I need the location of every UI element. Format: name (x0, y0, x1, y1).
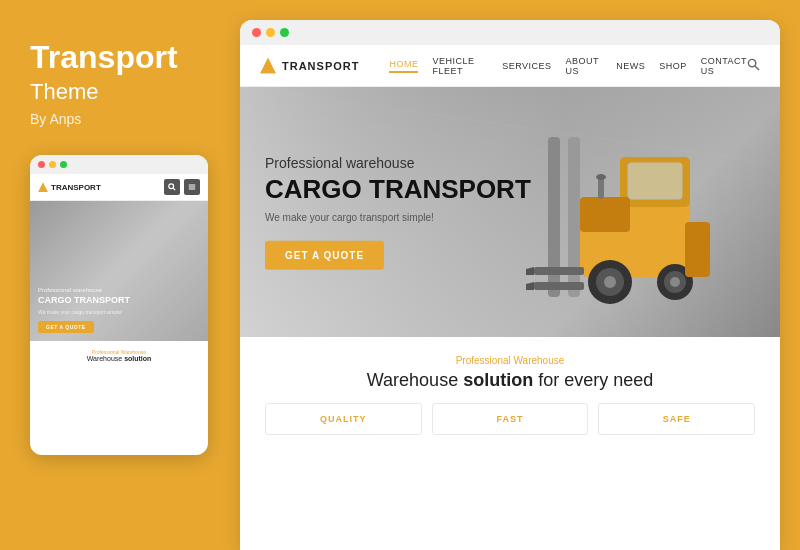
nav-link-contact-us[interactable]: CONTACT US (701, 56, 747, 76)
mobile-hero-pre-title: Professional warehouse (38, 287, 130, 293)
mobile-logo-icon (38, 182, 48, 192)
mobile-cta-button[interactable]: GET A QUOTE (38, 321, 94, 333)
site-hero: Professional warehouse CARGO TRANSPORT W… (240, 87, 780, 337)
app-author: By Anps (30, 111, 81, 127)
warehouse-title-end: for every need (533, 370, 653, 390)
forklift-illustration (520, 107, 760, 337)
browser-dot-green (280, 28, 289, 37)
svg-line-1 (173, 188, 175, 190)
hero-text-area: Professional warehouse CARGO TRANSPORT W… (265, 155, 531, 270)
card-fast: FAST (432, 403, 589, 435)
search-icon[interactable] (747, 58, 760, 74)
browser-dot-yellow (266, 28, 275, 37)
svg-marker-22 (526, 267, 534, 275)
feature-cards-row: QUALITY FAST SAFE (265, 403, 755, 435)
app-title: Transport (30, 39, 178, 75)
svg-rect-31 (580, 197, 630, 232)
site-nav: TRANSPORT HOME VEHICLE FLEET SERVICES AB… (240, 45, 780, 87)
warehouse-title-bold: solution (463, 370, 533, 390)
nav-link-services[interactable]: SERVICES (502, 61, 551, 71)
svg-point-29 (670, 277, 680, 287)
card-quality-label: QUALITY (276, 414, 411, 424)
mobile-dot-yellow (49, 161, 56, 168)
svg-marker-23 (526, 282, 534, 290)
card-safe: SAFE (598, 403, 755, 435)
mobile-dots-bar (30, 155, 208, 174)
mobile-hero-desc: We make your cargo transport simple! (38, 309, 130, 315)
browser-dot-red (252, 28, 261, 37)
svg-point-5 (748, 59, 755, 66)
nav-link-home[interactable]: HOME (389, 59, 418, 73)
mobile-hero: Professional warehouse CARGO TRANSPORT W… (30, 201, 208, 341)
hero-cta-button[interactable]: GET A QUOTE (265, 240, 384, 269)
mobile-nav-bar: TRANSPORT (30, 174, 208, 201)
warehouse-pre-title: Professional Warehouse (265, 355, 755, 366)
card-fast-label: FAST (443, 414, 578, 424)
svg-line-6 (755, 65, 759, 69)
browser-bar (240, 20, 780, 45)
svg-rect-32 (598, 177, 604, 199)
svg-point-0 (169, 184, 174, 189)
nav-link-about-us[interactable]: ABOUT US (566, 56, 603, 76)
svg-rect-20 (534, 267, 584, 275)
mobile-nav-icons (164, 179, 200, 195)
left-panel: Transport Theme By Anps TRANSPORT (0, 0, 240, 550)
mobile-logo: TRANSPORT (38, 182, 101, 192)
mobile-logo-text: TRANSPORT (51, 183, 101, 192)
site-logo-text: TRANSPORT (282, 60, 359, 72)
site-logo-icon (260, 58, 276, 74)
nav-link-vehicle-fleet[interactable]: VEHICLE FLEET (432, 56, 488, 76)
mobile-search-icon[interactable] (164, 179, 180, 195)
mobile-hero-text: Professional warehouse CARGO TRANSPORT W… (38, 287, 130, 333)
site-nav-links: HOME VEHICLE FLEET SERVICES ABOUT US NEW… (389, 56, 747, 76)
app-subtitle: Theme (30, 79, 98, 105)
nav-link-news[interactable]: NEWS (616, 61, 645, 71)
nav-link-shop[interactable]: SHOP (659, 61, 687, 71)
card-quality: QUALITY (265, 403, 422, 435)
site-logo: TRANSPORT (260, 58, 359, 74)
svg-rect-21 (534, 282, 584, 290)
warehouse-section: Professional Warehouse Warehouse solutio… (240, 337, 780, 447)
desktop-mockup: TRANSPORT HOME VEHICLE FLEET SERVICES AB… (240, 20, 780, 550)
mobile-dot-red (38, 161, 45, 168)
svg-point-26 (604, 276, 616, 288)
hero-description: We make your cargo transport simple! (265, 211, 531, 222)
warehouse-title: Warehouse solution for every need (265, 370, 755, 391)
mobile-dot-green (60, 161, 67, 168)
mobile-hero-title: CARGO TRANSPORT (38, 295, 130, 306)
svg-point-33 (596, 174, 606, 180)
hero-pre-title: Professional warehouse (265, 155, 531, 171)
svg-rect-17 (628, 163, 682, 199)
mobile-warehouse-title: Warehouse solution (38, 355, 200, 362)
warehouse-title-normal: Warehouse (367, 370, 463, 390)
svg-rect-30 (685, 222, 710, 277)
card-safe-label: SAFE (609, 414, 744, 424)
hero-title: CARGO TRANSPORT (265, 175, 531, 204)
mobile-warehouse-section: Professional Warehouse Warehouse solutio… (30, 341, 208, 370)
site-content: TRANSPORT HOME VEHICLE FLEET SERVICES AB… (240, 45, 780, 550)
mobile-menu-icon[interactable] (184, 179, 200, 195)
mobile-mockup: TRANSPORT Professional warehouse CARGO T… (30, 155, 208, 455)
